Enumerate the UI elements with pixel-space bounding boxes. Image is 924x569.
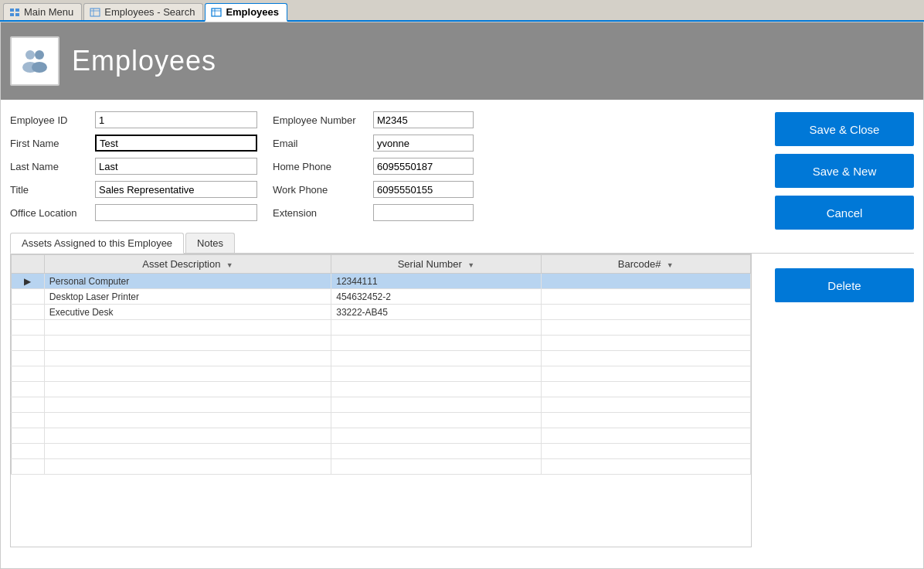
page-title: Employees <box>72 45 216 77</box>
table-row[interactable] <box>12 397 751 413</box>
table-row[interactable]: Executive Desk 33222-AB45 <box>12 305 751 320</box>
table-row[interactable] <box>12 444 751 459</box>
row-indicator <box>12 428 45 444</box>
table-row[interactable] <box>12 336 751 351</box>
employee-number-label: Employee Number <box>273 114 373 126</box>
table-row[interactable] <box>12 413 751 428</box>
page-header: Employees <box>1 22 923 100</box>
content-area: Save & Close Save & New Cancel Delete Em… <box>1 100 923 554</box>
sub-tab-notes-label: Notes <box>197 237 223 249</box>
employee-id-input[interactable] <box>95 111 257 128</box>
main-container: Employees Save & Close Save & New Cancel… <box>0 22 924 569</box>
last-name-row: Last Name <box>10 157 257 175</box>
employee-id-label: Employee ID <box>10 114 95 126</box>
asset-table: Asset Description ▼ Serial Number ▼ Barc… <box>11 254 751 475</box>
office-location-input[interactable] <box>95 204 257 221</box>
title-row: Title <box>10 180 257 199</box>
tab-employees[interactable]: Employees <box>205 3 287 22</box>
sub-tab-notes[interactable]: Notes <box>185 233 235 253</box>
tab-employees-label: Employees <box>226 6 279 18</box>
svg-rect-7 <box>212 9 221 16</box>
svg-rect-2 <box>10 13 14 16</box>
extension-input[interactable] <box>373 204 474 221</box>
home-phone-label: Home Phone <box>273 161 373 172</box>
cancel-button[interactable]: Cancel <box>775 196 914 230</box>
employees-header-icon <box>18 44 52 78</box>
svg-rect-4 <box>90 9 100 16</box>
table-row[interactable] <box>12 366 751 382</box>
table-row[interactable]: Desktop Laser Printer 454632452-2 <box>12 289 751 305</box>
email-label: Email <box>273 138 373 149</box>
table-header: Asset Description ▼ Serial Number ▼ Barc… <box>12 255 751 274</box>
table-row[interactable]: ▶ Personal Computer 12344111 <box>12 274 751 289</box>
svg-point-10 <box>25 50 35 60</box>
employee-number-input[interactable] <box>373 111 474 128</box>
table-row[interactable] <box>12 428 751 444</box>
col-barcode[interactable]: Barcode# ▼ <box>541 255 750 274</box>
header-icon-box <box>10 36 59 86</box>
home-phone-input[interactable] <box>373 158 474 175</box>
tab-main-menu[interactable]: Main Menu <box>3 3 82 20</box>
delete-button[interactable]: Delete <box>775 268 914 302</box>
home-phone-row: Home Phone <box>273 157 474 175</box>
serial-number-sort-icon[interactable]: ▼ <box>467 261 474 269</box>
row-indicator <box>12 351 45 366</box>
office-location-row: Office Location <box>10 203 257 222</box>
extension-row: Extension <box>273 203 474 222</box>
svg-rect-3 <box>15 13 19 16</box>
serial-number-cell: 454632452-2 <box>331 289 541 305</box>
title-label: Title <box>10 184 95 196</box>
asset-table-container: Asset Description ▼ Serial Number ▼ Barc… <box>10 254 752 547</box>
sub-tab-assets-label: Assets Assigned to this Employee <box>22 237 172 249</box>
employees-search-icon <box>89 7 101 18</box>
office-location-label: Office Location <box>10 207 95 219</box>
extension-label: Extension <box>273 207 373 219</box>
save-close-button[interactable]: Save & Close <box>775 112 914 146</box>
work-phone-label: Work Phone <box>273 184 373 196</box>
first-name-label: First Name <box>10 138 95 149</box>
table-row[interactable] <box>12 351 751 366</box>
tab-employees-search-label: Employees - Search <box>104 6 195 18</box>
asset-description-sort-icon[interactable]: ▼ <box>226 261 233 269</box>
barcode-cell <box>541 274 750 289</box>
work-phone-input[interactable] <box>373 181 474 198</box>
barcode-cell <box>541 305 750 320</box>
table-row[interactable] <box>12 382 751 397</box>
row-indicator <box>12 413 45 428</box>
col-asset-description[interactable]: Asset Description ▼ <box>44 255 331 274</box>
employee-id-row: Employee ID <box>10 111 257 129</box>
col-serial-number[interactable]: Serial Number ▼ <box>331 255 541 274</box>
row-indicator: ▶ <box>12 274 45 289</box>
row-indicator <box>12 289 45 305</box>
email-input[interactable] <box>373 135 474 152</box>
svg-rect-1 <box>15 9 19 12</box>
tab-employees-search[interactable]: Employees - Search <box>83 3 203 20</box>
asset-description-cell: Desktop Laser Printer <box>44 289 331 305</box>
barcode-cell <box>541 289 750 305</box>
last-name-label: Last Name <box>10 161 95 172</box>
email-row: Email <box>273 134 474 152</box>
svg-rect-0 <box>10 9 14 12</box>
last-name-input[interactable] <box>95 158 257 175</box>
button-panel: Save & Close Save & New Cancel Delete <box>775 112 914 302</box>
row-indicator <box>12 320 45 336</box>
row-indicator <box>12 336 45 351</box>
employees-icon <box>210 7 223 18</box>
barcode-sort-icon[interactable]: ▼ <box>667 261 674 269</box>
employee-number-row: Employee Number <box>273 111 474 129</box>
serial-number-cell: 33222-AB45 <box>331 305 541 320</box>
first-name-row: First Name <box>10 134 257 152</box>
row-indicator <box>12 444 45 459</box>
first-name-input[interactable] <box>95 135 257 152</box>
row-indicator <box>12 459 45 475</box>
row-indicator <box>12 366 45 382</box>
table-body: ▶ Personal Computer 12344111 Desktop Las… <box>12 274 751 475</box>
table-row[interactable] <box>12 320 751 336</box>
row-indicator <box>12 382 45 397</box>
asset-description-cell: Personal Computer <box>44 274 331 289</box>
title-input[interactable] <box>95 181 257 198</box>
form-col-left: Employee ID First Name Last Name Title O <box>10 111 257 222</box>
table-row[interactable] <box>12 459 751 475</box>
save-new-button[interactable]: Save & New <box>775 154 914 188</box>
sub-tab-assets[interactable]: Assets Assigned to this Employee <box>10 233 184 254</box>
